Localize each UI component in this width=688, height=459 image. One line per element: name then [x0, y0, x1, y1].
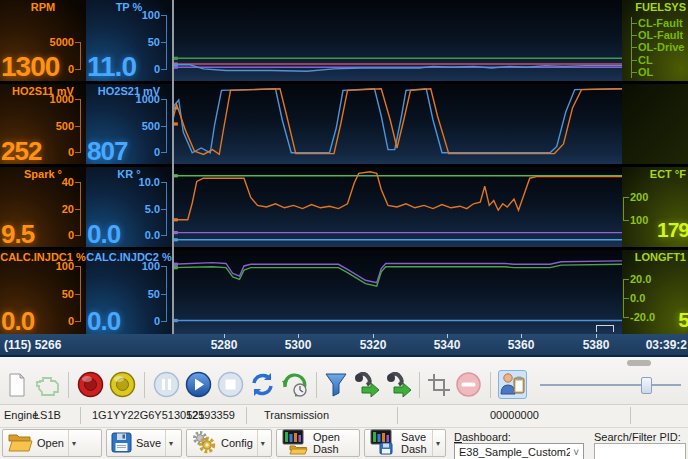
dashboard-area: RPM 5000 0 1300 TP % 100 50 0 11.0 HO2S1…	[0, 0, 688, 334]
search-forward-icon[interactable]	[351, 370, 380, 399]
fuelsys-legend: CL-Fault OL-Fault OL-Drive CL OL	[631, 17, 684, 78]
status-serial: 12593359	[186, 409, 235, 421]
save-dash-dropdown-arrow[interactable]	[432, 430, 443, 456]
save-floppy-icon	[111, 432, 132, 455]
gauge-ho2s11: HO2S11 mV 1000 500 0 252	[0, 84, 86, 164]
open-dash-icon	[281, 429, 309, 457]
axis-label: 5300	[285, 338, 312, 352]
save-dropdown-arrow[interactable]	[165, 430, 176, 456]
chart-strip-ho2s	[172, 84, 622, 164]
open-dash-button[interactable]: Open Dash	[276, 429, 360, 457]
timeline-axis[interactable]: (115) 5266 5280 5300 5320 5340 5360 5380…	[0, 334, 688, 357]
gauge-rpm: RPM 5000 0 1300	[0, 0, 86, 81]
scanner-window: RPM 5000 0 1300 TP % 100 50 0 11.0 HO2S1…	[0, 0, 688, 459]
axis-label: 5380	[583, 338, 610, 352]
slider-handle[interactable]	[641, 377, 652, 394]
new-log-icon[interactable]	[5, 370, 29, 399]
engine-connect-icon[interactable]	[32, 370, 61, 399]
chart-strip-spark-ect	[172, 167, 622, 247]
gauge-tp: TP % 100 50 0 11.0	[86, 0, 172, 81]
axis-label: 5320	[360, 338, 387, 352]
gauge-value: 1300	[1, 53, 59, 81]
gauge-column: RPM 5000 0 1300 TP % 100 50 0 11.0 HO2S1…	[0, 0, 172, 334]
frame-counter: (115) 5266	[4, 338, 61, 352]
resync-icon[interactable]	[248, 370, 277, 399]
chart-strip-rpm-tp	[172, 0, 622, 81]
remove-icon[interactable]	[454, 370, 483, 399]
open-button[interactable]: Open	[2, 429, 102, 457]
right-panel-column: FUELSYS CL-Fault OL-Fault OL-Drive CL OL…	[622, 0, 688, 334]
file-button-bar: Open Save Config Open Dash Save Dash Das…	[0, 427, 688, 459]
config-dropdown-arrow[interactable]	[257, 430, 268, 456]
play-icon[interactable]	[184, 370, 213, 399]
gauge-ho2s21: HO2S21 mV 1000 500 0 807	[86, 84, 172, 164]
gauge-injdc1: CALC.INJDC1 % 100 50 0 0.0	[0, 250, 86, 334]
status-transmission: Transmission	[264, 409, 329, 421]
dashboard-combobox[interactable]: E38_Sample_Custom2	[454, 443, 584, 459]
crop-icon[interactable]	[427, 370, 451, 399]
gauge-label: RPM	[0, 1, 86, 13]
status-os: LS1B	[34, 409, 61, 421]
save-dash-button[interactable]: Save Dash	[364, 429, 446, 457]
vehicle-status-bar: Engine LS1B 1G1YY22G6Y5130521 12593359 T…	[0, 404, 688, 427]
save-button[interactable]: Save	[106, 429, 182, 457]
panel-empty	[622, 84, 688, 164]
open-dropdown-arrow[interactable]	[68, 430, 79, 456]
chart-area	[172, 0, 622, 334]
driver-profile-icon[interactable]	[498, 370, 527, 399]
axis-label: 5360	[508, 338, 535, 352]
gauge-injdc2: CALC.INJDC2 % 100 50 0 0.0	[86, 250, 172, 334]
replay-timer-icon[interactable]	[280, 370, 309, 399]
panel-longft: LONGFT1 20.0 0.0 -20.0 5	[622, 250, 688, 334]
status-trans-os: 00000000	[490, 409, 539, 421]
elapsed-time: 03:39:2	[646, 338, 687, 352]
chart-cursor[interactable]	[172, 0, 174, 334]
gauge-spark: Spark ° 40 20 0 9.5	[0, 167, 86, 247]
longft-value: 5	[678, 308, 688, 332]
panel-fuelsys: FUELSYS CL-Fault OL-Fault OL-Drive CL OL	[622, 0, 688, 81]
dashboard-label: Dashboard:	[454, 431, 511, 443]
main-toolbar	[0, 357, 688, 404]
config-gear-icon	[191, 430, 217, 456]
search-filter-input[interactable]	[594, 443, 686, 459]
chart-strip-longft	[172, 250, 622, 334]
panel-ect: ECT °F 200 100 179	[622, 167, 688, 247]
axis-label: 5340	[434, 338, 461, 352]
axis-label: 5280	[211, 338, 238, 352]
record-red-icon[interactable]	[76, 370, 105, 399]
save-dash-icon	[369, 429, 397, 457]
config-button[interactable]: Config	[186, 429, 272, 457]
search-filter-label: Search/Filter PID:	[594, 431, 681, 443]
open-folder-icon	[7, 431, 33, 455]
ect-value: 179	[657, 218, 688, 242]
gauge-kr: KR ° 10.0 5.0 0.0 0.0	[86, 167, 172, 247]
playback-slider[interactable]	[538, 370, 683, 399]
pause-icon[interactable]	[152, 370, 181, 399]
splitter-grip[interactable]	[627, 360, 651, 366]
record-yellow-icon[interactable]	[108, 370, 137, 399]
data-end-bracket	[596, 325, 614, 332]
stop-icon[interactable]	[216, 370, 245, 399]
search-forward-alt-icon[interactable]	[383, 370, 412, 399]
filter-icon[interactable]	[324, 370, 348, 399]
